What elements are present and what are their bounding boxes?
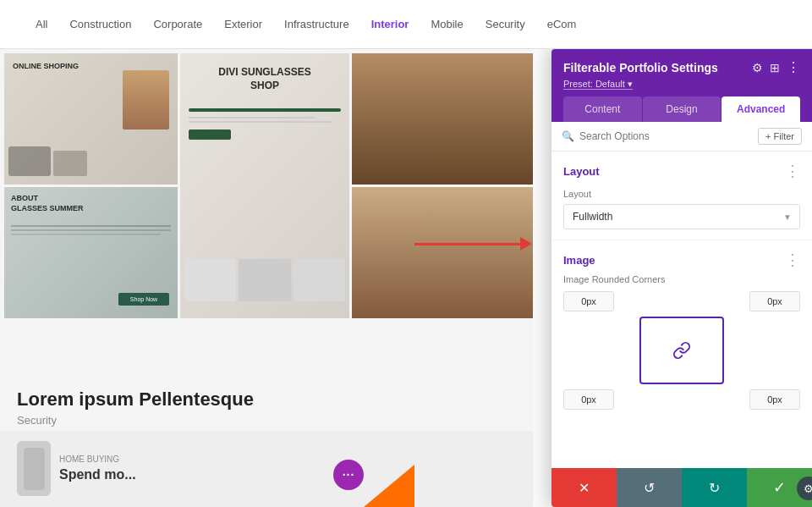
redo-button[interactable]: ↻	[682, 468, 747, 507]
card-divi-shop: DIVI SUNGLASSESSHOP	[180, 53, 349, 318]
panel-actions: ✕ ↺ ↻ ✓ ⚙	[551, 468, 812, 507]
panel-columns-icon[interactable]: ⊞	[770, 61, 780, 74]
card-about-glasses: ABOUTGLASSES SUMMER Shop Now	[4, 187, 178, 318]
tab-design[interactable]: Design	[643, 96, 721, 122]
panel-tabs: Content Design Advanced	[563, 96, 800, 122]
panel-more-icon[interactable]: ⋮	[787, 59, 800, 75]
layout-section-header: Layout ⋮	[551, 152, 812, 185]
tab-content[interactable]: Content	[563, 96, 642, 122]
search-icon: 🔍	[562, 130, 574, 142]
card-person-1	[352, 53, 533, 185]
panel-header: Filterable Portfolio Settings ⚙ ⊞ ⋮ Pres…	[551, 49, 812, 122]
panel-preset[interactable]: Preset: Default ▾	[563, 79, 800, 90]
tab-corporate[interactable]: Corporate	[143, 14, 212, 35]
link-icon	[672, 341, 691, 360]
layout-section-title: Layout	[563, 165, 600, 178]
cancel-button[interactable]: ✕	[551, 468, 617, 507]
layout-select[interactable]: Fullwidth Masonry Grid	[563, 204, 800, 229]
corner-top-right[interactable]	[749, 291, 800, 311]
tab-advanced[interactable]: Advanced	[721, 96, 800, 122]
tab-interior[interactable]: Interior	[361, 14, 420, 35]
tab-mobile[interactable]: Mobile	[420, 14, 473, 35]
card-title-3: ABOUTGLASSES SUMMER	[11, 194, 84, 213]
corners-center-box[interactable]	[639, 317, 724, 384]
layout-section-menu[interactable]: ⋮	[785, 162, 800, 180]
image-section-menu[interactable]: ⋮	[785, 251, 800, 269]
tab-construction[interactable]: Construction	[59, 14, 141, 35]
tab-security[interactable]: Security	[475, 14, 535, 35]
corner-bottom-right[interactable]	[749, 389, 800, 410]
lorem-category: Security	[17, 414, 254, 427]
corner-top-left[interactable]	[563, 291, 614, 311]
bottom-preview: HOME BUYING Spend mo... ···	[0, 431, 533, 507]
panel-settings-icon[interactable]: ⚙	[752, 61, 763, 74]
corners-widget	[551, 291, 812, 460]
layout-label: Layout	[563, 189, 800, 199]
tab-ecom[interactable]: eCom	[537, 14, 587, 35]
image-section-header: Image ⋮	[551, 240, 812, 274]
tab-all[interactable]: All	[25, 14, 58, 35]
panel-title: Filterable Portfolio Settings	[563, 61, 718, 74]
filter-button[interactable]: + Filter	[758, 128, 802, 145]
settings-panel: Filterable Portfolio Settings ⚙ ⊞ ⋮ Pres…	[551, 49, 812, 507]
tab-exterior[interactable]: Exterior	[214, 14, 272, 35]
search-bar: 🔍 + Filter	[551, 122, 812, 152]
card-title-2: DIVI SUNGLASSESSHOP	[218, 66, 310, 92]
card-person-2	[352, 187, 533, 318]
search-input[interactable]	[579, 130, 753, 142]
image-rounded-corners-label: Image Rounded Corners	[551, 274, 812, 291]
card-online-shopping: ONLINE SHOPING	[4, 53, 178, 185]
corner-bottom-left[interactable]	[563, 389, 614, 410]
tab-infrastructure[interactable]: Infrastructure	[274, 14, 359, 35]
layout-field: Layout Fullwidth Masonry Grid ▼	[551, 185, 812, 240]
panel-body: 🔍 + Filter Layout ⋮ Layout Fullwidth Mas…	[551, 122, 812, 468]
card-title-1: ONLINE SHOPING	[13, 62, 79, 72]
undo-button[interactable]: ↺	[617, 468, 682, 507]
portfolio-grid: ONLINE SHOPING DIVI SUNGLASSESSHOP	[0, 49, 533, 325]
lorem-section: Lorem ipsum Pellentesque Security	[17, 389, 254, 427]
lorem-title: Lorem ipsum Pellentesque	[17, 389, 254, 411]
red-arrow	[414, 237, 537, 251]
image-section-title: Image	[563, 254, 595, 267]
